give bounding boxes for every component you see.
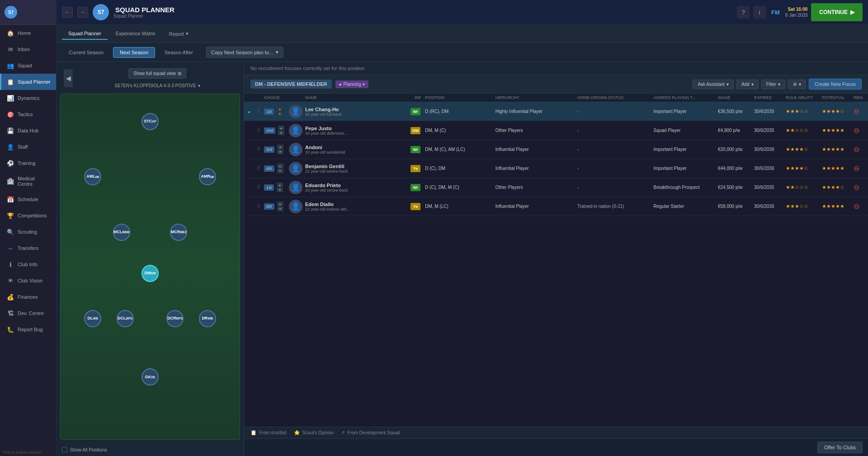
season-tab-next[interactable]: Next Season <box>113 47 155 58</box>
remove-btn-0[interactable]: ⊖ <box>854 107 864 116</box>
table-row[interactable]: ⠿ 3rd ▲ ▼ 👤 Andoni 20 year-old wonderkid… <box>244 140 868 159</box>
sidebar-item-club-info[interactable]: ℹ Club Info <box>0 256 56 273</box>
filter-button[interactable]: Filter ▾ <box>761 80 785 89</box>
position-badge: DM - DEFENSIVE MIDFIELDER <box>250 80 332 89</box>
continue-button[interactable]: CONTINUE ▶ <box>811 3 863 21</box>
sidebar-item-squad-planner[interactable]: 📋 Squad Planner <box>0 74 56 90</box>
info-icon[interactable]: i <box>753 6 766 19</box>
position-circle-dl: DLWB <box>84 310 101 327</box>
arrow-down-1[interactable]: ▼ <box>278 131 284 135</box>
pitch-position-aml[interactable]: AMLIW <box>84 168 101 185</box>
remove-btn-1[interactable]: ⊖ <box>854 126 864 135</box>
show-all-positions[interactable]: Show All Positions <box>57 443 244 456</box>
sidebar-item-tactics[interactable]: 🎯 Tactics <box>0 106 56 122</box>
position-header-right: Ask Assistant ▾ Add ▾ Filter ▾ ⚙ <box>693 79 862 89</box>
add-button[interactable]: Add ▾ <box>736 80 759 89</box>
planning-badge[interactable]: ● Planning ▾ <box>335 80 369 88</box>
arrow-up-2[interactable]: ▲ <box>277 145 283 149</box>
sidebar-item-competitions[interactable]: 🏆 Competitions <box>0 207 56 224</box>
remove-btn-4[interactable]: ⊖ <box>854 183 864 192</box>
player-name-5: Edem Diallo <box>305 202 410 207</box>
tab-report[interactable]: Report ▾ <box>164 28 194 39</box>
pitch-position-gk[interactable]: GKSK <box>142 368 159 385</box>
drag-handle-4[interactable]: ⠿ <box>257 184 264 190</box>
sidebar-item-club-vision[interactable]: 👁 Club Vision <box>0 273 56 289</box>
season-tab-after[interactable]: Season After <box>158 47 200 58</box>
tab-squad-planner[interactable]: Squad Planner <box>62 28 108 40</box>
homegrown-cell-0: - <box>577 109 653 114</box>
sidebar-item-staff[interactable]: 👤 Staff <box>0 139 56 155</box>
ask-assistant-button[interactable]: Ask Assistant ▾ <box>693 80 733 89</box>
season-tab-current[interactable]: Current Season <box>62 47 110 58</box>
table-row[interactable]: ⠿ 4th ▲ ▼ 👤 Benjamín Gentili 22 year-old… <box>244 159 868 178</box>
hierarchy-cell-1: Other Players <box>495 128 577 133</box>
pitch-position-dcl[interactable]: DCLBPD <box>117 310 134 327</box>
pitch-position-stc[interactable]: STCAF <box>142 113 159 130</box>
pitch-position-mcl[interactable]: MCLBBM <box>113 224 130 241</box>
sidebar-item-finances[interactable]: 💰 Finances <box>0 289 56 305</box>
arrow-down-3[interactable]: ▼ <box>277 169 283 173</box>
pitch-position-dl[interactable]: DLWB <box>84 310 101 327</box>
table-row[interactable]: ● ⠿ 1st ▲ ▼ 👤 Lee Chang-Ho 20 year-old f… <box>244 102 868 121</box>
drag-handle-2[interactable]: ⠿ <box>257 146 264 152</box>
table-row[interactable]: ⠿ 2nd ▲ ▼ 👤 Pepe Justo 20 year-old defen… <box>244 121 868 140</box>
collapse-panel-button[interactable]: ◀ <box>64 69 73 87</box>
sidebar-item-inbox[interactable]: ✉ Inbox <box>0 41 56 57</box>
show-full-squad-button[interactable]: Show full squad view ⊞ <box>128 68 186 79</box>
arrow-up-1[interactable]: ▲ <box>278 126 284 130</box>
arrow-down-0[interactable]: ▼ <box>277 112 283 116</box>
drag-handle-1[interactable]: ⠿ <box>257 127 264 133</box>
sidebar-item-transfers[interactable]: ↔ Transfers <box>0 240 56 256</box>
pitch-position-dr[interactable]: DRWB <box>199 310 216 327</box>
remove-btn-2[interactable]: ⊖ <box>854 145 864 154</box>
arrow-down-5[interactable]: ▼ <box>277 207 283 211</box>
chevron-down-icon: ▾ <box>778 82 780 87</box>
drag-handle-0[interactable]: ⠿ <box>257 108 264 114</box>
sidebar-item-scouting[interactable]: 🔍 Scouting <box>0 224 56 240</box>
arrow-up-3[interactable]: ▲ <box>277 164 283 168</box>
sidebar-item-dev-centre[interactable]: 🏗 Dev. Centre <box>0 305 56 321</box>
sidebar-item-medical-centre[interactable]: 🏥 Medical Centre <box>0 171 56 191</box>
header-position: POSITION <box>425 95 495 100</box>
copy-season-dropdown[interactable]: Copy Next Season plan to... ▾ <box>206 47 283 58</box>
settings-button[interactable]: ⚙ ▾ <box>788 80 806 89</box>
table-row[interactable]: ⠿ 1st ▲ ▼ 👤 Eduardo Prieto 20 year-old c… <box>244 178 868 197</box>
arrow-down-2[interactable]: ▼ <box>277 150 283 154</box>
remove-btn-3[interactable]: ⊖ <box>854 164 864 173</box>
arrow-down-4[interactable]: ▼ <box>277 188 283 192</box>
create-focus-button[interactable]: Create New Focus <box>809 79 862 89</box>
staff-icon: 👤 <box>7 143 14 150</box>
drag-handle-5[interactable]: ⠿ <box>257 203 264 209</box>
arrow-up-0[interactable]: ▲ <box>277 107 283 111</box>
chevron-down-icon[interactable]: ▾ <box>198 83 200 88</box>
sidebar-item-squad[interactable]: 👥 Squad <box>0 57 56 74</box>
pitch-position-amr[interactable]: AMRIW <box>199 168 216 185</box>
help-icon[interactable]: ? <box>737 6 750 19</box>
sidebar-label-competitions: Competitions <box>18 213 47 218</box>
choice-badge-3: 4th <box>264 165 274 172</box>
table-row[interactable]: ⠿ 6th ▲ ▼ 👤 Edem Diallo 22 year-old tire… <box>244 197 868 216</box>
sidebar-item-data-hub[interactable]: 💾 Data Hub <box>0 122 56 139</box>
sidebar-item-home[interactable]: 🏠 Home <box>0 25 56 41</box>
tab-experience-matrix[interactable]: Experience Matrix <box>109 28 162 40</box>
pitch-position-dcr[interactable]: DCRBPD <box>166 310 184 327</box>
potential-stars-0: ★★★★☆ <box>822 108 854 114</box>
pitch-position-mcr[interactable]: MCRMEZ <box>170 224 187 241</box>
remove-btn-5[interactable]: ⊖ <box>854 202 864 211</box>
player-avatar-4: 👤 <box>289 181 305 194</box>
arrow-up-4[interactable]: ▲ <box>277 183 283 187</box>
sidebar-item-training[interactable]: ⚽ Training <box>0 155 56 171</box>
back-button[interactable]: ← <box>62 7 73 18</box>
sidebar-item-dynamics[interactable]: 📊 Dynamics <box>0 90 56 106</box>
offer-to-clubs-button[interactable]: Offer To Clubs <box>817 442 863 453</box>
pitch-position-dm[interactable]: DMDM <box>142 265 159 282</box>
position-cell-0: D (RC), DM <box>425 109 495 114</box>
forward-button[interactable]: → <box>77 7 88 18</box>
show-all-checkbox[interactable] <box>62 447 67 452</box>
drag-handle-3[interactable]: ⠿ <box>257 165 264 171</box>
position-header: DM - DEFENSIVE MIDFIELDER ● Planning ▾ A… <box>244 75 868 94</box>
sidebar-item-report-bug[interactable]: 🐛 Report Bug <box>0 321 56 338</box>
row-check-0[interactable]: ● <box>248 109 257 114</box>
sidebar-item-schedule[interactable]: 📅 Schedule <box>0 191 56 207</box>
arrow-up-5[interactable]: ▲ <box>277 202 283 206</box>
